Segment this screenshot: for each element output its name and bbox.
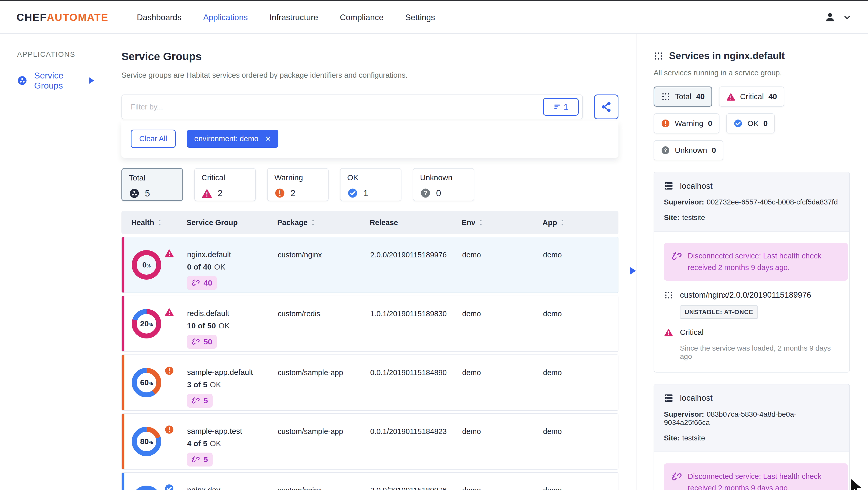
sort-icon[interactable]: [311, 219, 315, 226]
left-sidebar: APPLICATIONS Service Groups: [0, 34, 103, 490]
service-card-header: localhost Supervisor:083b07ca-5830-4a8d-…: [654, 384, 849, 452]
services-health-badges: Total 40 Critical 40 Warning 0 OK 0 Unkn…: [654, 87, 850, 160]
critical-icon: [164, 307, 174, 317]
services-panel-subtitle: All services running in a service group.: [654, 69, 850, 77]
server-icon: [664, 181, 674, 191]
filter-count: 1: [564, 102, 568, 112]
host-name: localhost: [680, 393, 712, 403]
services-panel-title: Services in nginx.default: [669, 50, 785, 61]
clear-all-button[interactable]: Clear All: [131, 130, 176, 148]
disconnected-alert-text: Disconnected service: Last health check …: [688, 250, 840, 273]
disconnected-count: 50: [204, 337, 212, 346]
nav-dashboards[interactable]: Dashboards: [137, 13, 182, 22]
filter-input[interactable]: [131, 103, 543, 111]
badge-critical[interactable]: Critical 40: [719, 87, 784, 107]
release-cell: 2.0.0/20190115189976: [370, 473, 462, 490]
nav-applications[interactable]: Applications: [203, 13, 248, 22]
service-health-label: Critical: [680, 328, 704, 337]
health-donut: 60%: [132, 368, 161, 397]
health-card-total[interactable]: Total 5: [121, 168, 183, 201]
share-button[interactable]: [594, 95, 618, 119]
warning-icon: [274, 188, 285, 199]
column-header-package[interactable]: Package: [277, 219, 370, 227]
badge-warning[interactable]: Warning 0: [654, 113, 719, 133]
health-card-warning[interactable]: Warning 2: [267, 168, 329, 201]
sort-icon[interactable]: [478, 219, 483, 226]
sidebar-expand-icon[interactable]: [89, 77, 94, 84]
app-cell: demo: [543, 296, 618, 351]
disconnected-services-chip[interactable]: 40: [187, 276, 217, 290]
package-cell: custom/nginx: [278, 473, 370, 490]
filter-chip-environment-demo[interactable]: environment: demo ✕: [187, 130, 278, 148]
column-header-release[interactable]: Release: [370, 219, 462, 227]
ok-icon: [347, 188, 358, 199]
row-status-bar: [122, 296, 124, 351]
host-name: localhost: [680, 181, 712, 191]
selected-row-arrow-icon[interactable]: [630, 267, 636, 275]
main-nav: Dashboards Applications Infrastructure C…: [137, 13, 435, 22]
badge-total[interactable]: Total 40: [654, 87, 712, 107]
critical-icon: [726, 92, 736, 101]
service-card-header: localhost Supervisor:002732ee-6557-405c-…: [654, 172, 849, 232]
service-groups-table: 0% nginx.default 0 of 40OK 40 custom/ngi…: [121, 237, 618, 490]
health-card-unknown[interactable]: Unknown 0: [413, 168, 474, 201]
badge-ok[interactable]: OK 0: [726, 113, 775, 133]
health-card-label: Warning: [274, 173, 321, 182]
supervisor-label: Supervisor:: [664, 410, 704, 418]
table-row-redis-default[interactable]: 20% redis.default 10 of 50OK 50 custom/r…: [121, 296, 618, 352]
health-donut: 100%: [132, 486, 161, 490]
services-dots-icon: [661, 92, 671, 101]
table-row-sample-app-default[interactable]: 60% sample-app.default 3 of 5OK 5 custom…: [121, 355, 618, 411]
chef-automate-logo[interactable]: CHEF AUTOMATE: [17, 11, 108, 23]
site-value: testsite: [682, 434, 705, 442]
top-navbar: CHEF AUTOMATE Dashboards Applications In…: [0, 1, 868, 34]
mouse-cursor: [848, 478, 866, 490]
service-card[interactable]: localhost Supervisor:083b07ca-5830-4a8d-…: [654, 384, 850, 490]
nav-infrastructure[interactable]: Infrastructure: [270, 13, 318, 22]
supervisor-id: 002732ee-6557-405c-b008-cfcf5da837fd: [707, 198, 838, 206]
column-header-env[interactable]: Env: [462, 219, 542, 227]
critical-icon: [664, 328, 673, 337]
chip-close-icon[interactable]: ✕: [265, 135, 271, 143]
disconnected-services-chip[interactable]: 50: [187, 335, 217, 349]
services-detail-panel: Services in nginx.default All services r…: [637, 34, 868, 490]
broken-link-icon: [672, 251, 682, 262]
table-row-sample-app-test[interactable]: 80% sample-app.test 4 of 5OK 5 custom/sa…: [121, 413, 618, 469]
service-card[interactable]: localhost Supervisor:002732ee-6557-405c-…: [654, 172, 850, 372]
health-cell: 100%: [132, 473, 187, 490]
health-card-critical[interactable]: Critical 2: [194, 168, 256, 201]
column-header-health[interactable]: Health: [131, 219, 187, 227]
release-cell: 0.0.1/20190115184890: [370, 355, 462, 410]
badge-unknown[interactable]: Unknown 0: [654, 140, 723, 160]
sort-icon[interactable]: [560, 219, 565, 226]
service-group-cell: nginx.default 0 of 40OK 40: [187, 237, 278, 293]
disconnected-alert: Disconnected service: Last health check …: [664, 463, 848, 490]
health-donut: 0%: [132, 250, 161, 280]
package-cell: custom/sample-app: [278, 414, 370, 469]
nav-settings[interactable]: Settings: [405, 13, 435, 22]
health-card-count: 1: [363, 188, 368, 198]
health-card-ok[interactable]: OK 1: [340, 168, 401, 201]
ok-ratio: 4 of 5: [187, 439, 207, 448]
table-row-nginx-dev[interactable]: 100% nginx.dev 10 of 10OK 10 custom/ngin…: [121, 472, 618, 490]
package-cell: custom/sample-app: [278, 355, 370, 410]
package-cell: custom/redis: [278, 296, 370, 351]
column-header-app[interactable]: App: [542, 219, 618, 227]
disconnected-services-chip[interactable]: 5: [187, 453, 213, 466]
table-row-nginx-default[interactable]: 0% nginx.default 0 of 40OK 40 custom/ngi…: [121, 237, 618, 293]
disconnected-services-chip[interactable]: 5: [187, 394, 213, 407]
nav-compliance[interactable]: Compliance: [340, 13, 383, 22]
disconnected-count: 40: [204, 279, 212, 287]
service-group-name: sample-app.default: [187, 368, 278, 377]
disconnected-count: 5: [204, 396, 208, 405]
sort-icon[interactable]: [157, 219, 162, 226]
filter-count-button[interactable]: 1: [543, 98, 579, 116]
ok-ratio: 3 of 5: [187, 380, 207, 389]
table-header: Health Service Group Package Release Env…: [121, 211, 618, 234]
sidebar-item-label: Service Groups: [34, 70, 83, 91]
user-menu[interactable]: [824, 11, 851, 23]
ok-ratio: 10 of 50: [187, 321, 216, 330]
service-group-name: nginx.dev: [187, 486, 278, 490]
column-header-service-group[interactable]: Service Group: [187, 219, 277, 227]
sidebar-item-service-groups[interactable]: Service Groups: [17, 70, 103, 91]
